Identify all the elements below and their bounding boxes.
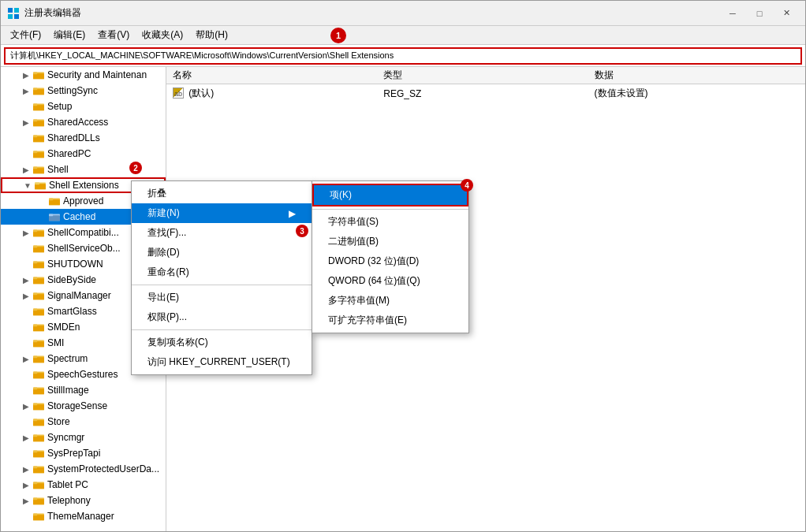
tree-item-sharedpc[interactable]: ▶ SharedPC: [1, 146, 166, 162]
default-value-icon: ab: [173, 87, 186, 99]
svg-rect-0: [8, 8, 13, 13]
svg-rect-33: [49, 214, 53, 217]
folder-icon: [32, 478, 45, 491]
svg-rect-8: [33, 89, 44, 95]
ctx-export[interactable]: 导出(E): [132, 288, 312, 307]
detail-table: 名称 类型 数据 ab (默认) REG_SZ (数: [166, 67, 805, 102]
col-data: 数据: [588, 67, 805, 84]
folder-icon: [32, 226, 45, 239]
submenu-expandstring[interactable]: 可扩充字符串值(E): [312, 311, 468, 330]
menu-edit[interactable]: 编辑(E): [47, 27, 91, 43]
svg-rect-62: [33, 373, 44, 378]
tree-item-systemprotected[interactable]: ▶ SystemProtectedUserDa...: [1, 461, 166, 477]
address-path[interactable]: 计算机\HKEY_LOCAL_MACHINE\SOFTWARE\Microsof…: [4, 47, 802, 65]
ctx-access-hkcu[interactable]: 访问 HKEY_CURRENT_USER(T): [132, 352, 312, 372]
svg-rect-78: [33, 451, 37, 453]
tree-label: StillImage: [47, 385, 89, 396]
svg-rect-6: [33, 73, 37, 75]
submenu-qword[interactable]: QWORD (64 位)值(Q): [312, 271, 468, 291]
tree-item-shareddlls[interactable]: ▶ SharedDLLs: [1, 130, 166, 146]
tree-item-telephony[interactable]: ▶ Telephony: [1, 493, 166, 508]
tree-item-settingsync[interactable]: ▶ SettingSync: [1, 83, 166, 99]
submenu-multistring[interactable]: 多字符串值(M): [312, 291, 468, 311]
menu-favorites[interactable]: 收藏夹(A): [136, 27, 189, 43]
svg-rect-12: [33, 104, 37, 106]
folder-icon: [48, 195, 61, 207]
svg-rect-26: [35, 184, 46, 189]
maximize-button[interactable]: □: [747, 5, 772, 22]
folder-icon: [32, 494, 45, 507]
tree-label: ShellServiceOb...: [47, 243, 121, 254]
ctx-collapse[interactable]: 折叠: [132, 184, 312, 203]
svg-rect-74: [33, 436, 44, 441]
submenu: 项(K) 4 字符串值(S) 二进制值(B) DWORD (32 位)值(D) …: [312, 180, 469, 333]
tree-item-syncmgr[interactable]: ▶ Syncmgr: [1, 430, 166, 445]
svg-rect-41: [33, 262, 44, 268]
svg-rect-50: [33, 310, 44, 315]
folder-icon: [32, 273, 45, 286]
submenu-string[interactable]: 字符串值(S): [312, 212, 468, 232]
tree-label: Approved: [63, 195, 103, 206]
titlebar-left: 注册表编辑器: [7, 6, 81, 20]
ctx-find[interactable]: 查找(F)... 3: [132, 223, 312, 243]
tree-item-setup[interactable]: ▶ Setup: [1, 99, 166, 114]
tree-item-storagesense[interactable]: ▶ StorageSense: [1, 398, 166, 414]
window-title: 注册表编辑器: [24, 6, 81, 20]
tree-label: SettingSync: [47, 85, 98, 96]
menu-file[interactable]: 文件(F): [4, 27, 47, 43]
close-button[interactable]: ✕: [774, 5, 799, 22]
svg-rect-2: [8, 14, 13, 19]
registry-editor-window: 注册表编辑器 ─ □ ✕ 文件(F) 编辑(E) 查看(V) 收藏夹(A) 帮助…: [0, 0, 806, 532]
folder-icon: [32, 384, 45, 396]
tree-item-sharedaccess[interactable]: ▶ SharedAccess: [1, 114, 166, 130]
folder-icon: [32, 69, 45, 81]
badge-2: 2: [129, 162, 142, 174]
submenu-key[interactable]: 项(K) 4: [312, 184, 468, 206]
menu-view[interactable]: 查看(V): [91, 27, 136, 43]
svg-rect-32: [49, 215, 60, 221]
tree-item-thememanager[interactable]: ▶ ThemeManager: [1, 508, 166, 524]
tree-label: SMI: [47, 337, 64, 348]
badge-1: 1: [330, 28, 346, 43]
folder-icon: [32, 337, 45, 349]
arrow-icon: ▶: [20, 494, 32, 507]
arrow-icon: ▶: [20, 163, 32, 176]
folder-icon: [32, 400, 45, 412]
tree-label: SysPrepTapi: [47, 448, 100, 459]
submenu-binary[interactable]: 二进制值(B): [312, 232, 468, 251]
svg-rect-65: [33, 389, 44, 394]
menu-help[interactable]: 帮助(H): [189, 27, 234, 43]
ctx-copy-name[interactable]: 复制项名称(C): [132, 333, 312, 352]
tree-item-tabletpc[interactable]: ▶ Tablet PC: [1, 477, 166, 493]
folder-icon: [32, 132, 45, 144]
table-row[interactable]: ab (默认) REG_SZ (数值未设置): [166, 84, 805, 103]
tree-label: SMDEn: [47, 322, 80, 333]
svg-rect-42: [33, 262, 37, 264]
ctx-new[interactable]: 新建(N) ▶: [132, 203, 312, 223]
folder-open-icon: [34, 179, 47, 192]
folder-icon: [32, 289, 45, 302]
svg-rect-59: [33, 357, 44, 363]
app-icon: [7, 7, 20, 20]
svg-rect-9: [33, 88, 37, 91]
arrow-icon: ▼: [21, 179, 34, 192]
ctx-delete[interactable]: 删除(D): [132, 243, 312, 262]
ctx-permissions[interactable]: 权限(P)...: [132, 307, 312, 327]
tree-item-security[interactable]: ▶ Security and Maintenan: [1, 67, 166, 83]
folder-icon: [32, 147, 45, 160]
tree-item-stillimage[interactable]: ▶ StillImage: [1, 382, 166, 398]
svg-rect-63: [33, 372, 37, 374]
tree-item-shell[interactable]: ▶ Shell 2: [1, 162, 166, 177]
tree-item-store[interactable]: ▶ Store: [1, 414, 166, 430]
ctx-new-label: 新建(N): [147, 206, 180, 220]
submenu-dword[interactable]: DWORD (32 位)值(D): [312, 251, 468, 271]
svg-rect-69: [33, 404, 37, 406]
minimize-button[interactable]: ─: [720, 5, 745, 22]
arrow-icon: ▶: [20, 226, 32, 239]
svg-rect-15: [33, 120, 37, 122]
ctx-rename[interactable]: 重命名(R): [132, 262, 312, 282]
svg-rect-39: [33, 246, 37, 248]
tree-item-syspreptapi[interactable]: ▶ SysPrepTapi: [1, 445, 166, 461]
arrow-icon: ▶: [20, 84, 32, 97]
tree-label: Syncmgr: [47, 432, 84, 443]
